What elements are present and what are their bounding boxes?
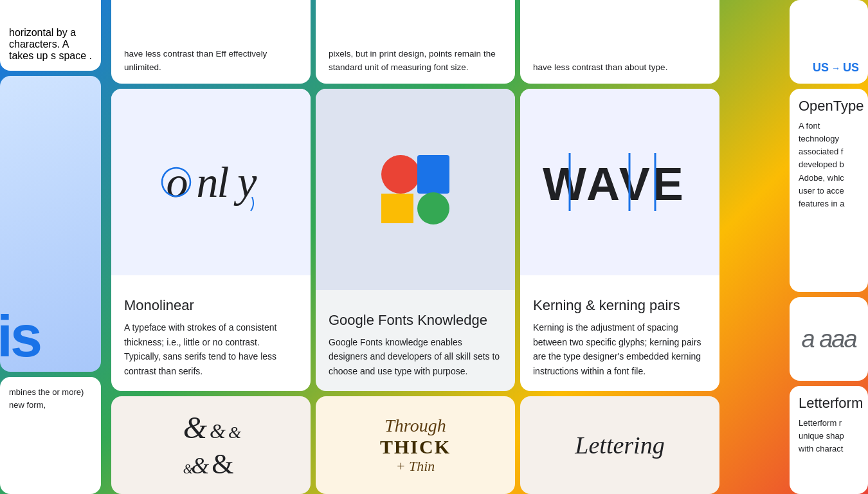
mono-circle-decoration [159, 165, 193, 199]
us-label-1: US [813, 61, 829, 75]
thick-thin-content: Through THICK + Thin [380, 416, 451, 475]
wave-svg: WAVE [536, 150, 703, 214]
us-arrow-row: US → US [799, 61, 859, 75]
letterform-title: Letterform [799, 395, 859, 412]
google-fonts-logo-area [316, 89, 515, 290]
kerning-text-section: Kerning & kerning pairs Kerning is the a… [520, 275, 719, 391]
opentype-title: OpenType [799, 98, 859, 114]
thin-text: + Thin [380, 458, 451, 475]
top-card-3-text: have less contrast than about type. [533, 61, 707, 75]
right-letterform-card: Letterform Letterform r unique shap with… [790, 386, 868, 494]
left-bottom-card: mbines the or more) new form, [0, 377, 101, 494]
ampersand-display: & & & & & & [183, 410, 239, 480]
us-label-2: US [843, 61, 859, 75]
left-top-card: horizontal by a characters. A takes up s… [0, 0, 101, 71]
top-row: have less contrast than Eff effectively … [106, 0, 784, 84]
monolinear-description: A typeface with strokes of a consistent … [124, 320, 298, 378]
opentype-text: A font technology associated f developed… [799, 120, 859, 283]
right-partial-column: US → US OpenType A font technology assoc… [784, 0, 868, 494]
svg-point-1 [381, 155, 420, 194]
letterform-text: Letterform r unique shap with charact [799, 417, 859, 455]
monolinear-card: o nl y Monolinear A typeface with stroke… [111, 89, 311, 391]
svg-marker-3 [381, 194, 413, 223]
google-fonts-icon [374, 147, 457, 231]
monolinear-logo-area: o nl y [111, 89, 311, 275]
left-big-letters: is [0, 307, 40, 365]
through-text: Through [380, 416, 451, 436]
kerning-description: Kerning is the adjustment of spacing bet… [533, 320, 707, 378]
right-opentype-card: OpenType A font technology associated f … [790, 89, 868, 292]
right-aaa-card: a aaa [790, 297, 868, 381]
mono-o: o [166, 157, 186, 208]
top-card-2-text: pixels, but in print design, points rema… [329, 48, 502, 75]
svg-text:WAVE: WAVE [543, 158, 686, 210]
kerning-card: WAVE Kerning & kerning pairs Kerning is … [520, 89, 719, 391]
left-partial-column: horizontal by a characters. A takes up s… [0, 0, 106, 494]
right-top-card: US → US [790, 0, 868, 84]
mono-y-decoration [246, 197, 258, 213]
left-bottom-text: mbines the or more) new form, [9, 386, 92, 411]
lettering-text: Lettering [575, 431, 664, 459]
left-top-text: horizontal by a characters. A takes up s… [9, 27, 92, 62]
kerning-title: Kerning & kerning pairs [533, 297, 707, 314]
google-fonts-title: Google Fonts Knowledge [329, 312, 502, 329]
top-card-3: have less contrast than about type. [520, 0, 719, 84]
monolinear-text-section: Monolinear A typeface with strokes of a … [111, 275, 311, 391]
google-fonts-card: Google Fonts Knowledge Google Fonts know… [316, 89, 515, 391]
top-card-2: pixels, but in print design, points rema… [316, 0, 515, 84]
page-container: horizontal by a characters. A takes up s… [0, 0, 868, 494]
top-card-1: have less contrast than Eff effectively … [111, 0, 311, 84]
mono-y: y [237, 157, 255, 208]
top-card-1-text: have less contrast than Eff effectively … [124, 48, 298, 75]
arrow-icon: → [831, 63, 840, 73]
aaa-display: a aaa [801, 327, 856, 351]
ampersand-card: & & & & & & [111, 396, 311, 494]
monolinear-wordmark: o nl y [166, 157, 255, 208]
svg-rect-2 [417, 155, 449, 194]
google-fonts-description: Google Fonts knowledge enables designers… [329, 335, 502, 378]
google-fonts-text-section: Google Fonts Knowledge Google Fonts know… [316, 290, 515, 391]
wave-logo-area: WAVE [520, 89, 719, 275]
thick-thin-card: Through THICK + Thin [316, 396, 515, 494]
svg-point-4 [417, 192, 449, 224]
svg-point-0 [162, 168, 190, 196]
monolinear-title: Monolinear [124, 297, 298, 314]
lettering-card: Lettering [520, 396, 719, 494]
left-mid-card: is [0, 76, 101, 372]
thick-text: THICK [380, 436, 451, 458]
